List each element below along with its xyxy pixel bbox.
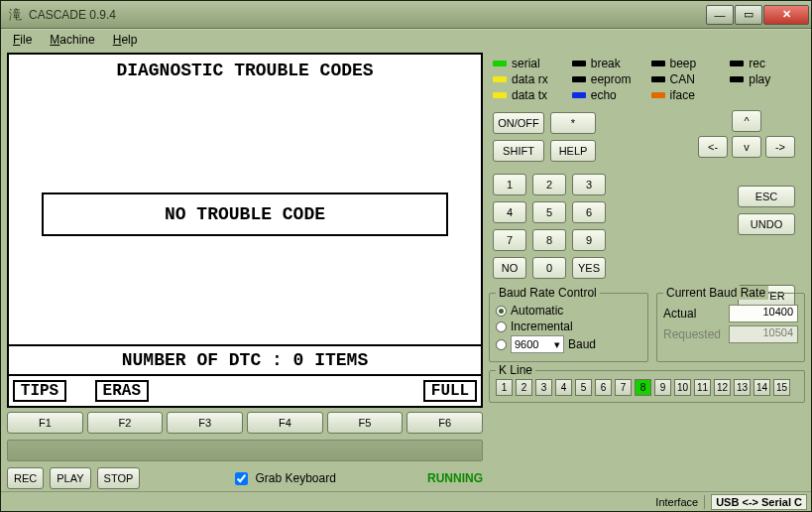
onoff-button[interactable]: ON/OFF <box>493 112 544 134</box>
screen-message: NO TROUBLE CODE <box>42 192 447 236</box>
kline-15-button[interactable]: 15 <box>773 379 790 396</box>
num-8-button[interactable]: 8 <box>532 229 566 251</box>
num-7-button[interactable]: 7 <box>493 229 526 251</box>
chevron-down-icon: ▾ <box>554 338 560 351</box>
led-label: beep <box>670 57 697 70</box>
led-panel: serialbreakbeeprecdata rxeepromCANplayda… <box>489 53 805 110</box>
num-1-button[interactable]: 1 <box>493 174 526 195</box>
yes-button[interactable]: YES <box>572 257 606 279</box>
kline-11-button[interactable]: 11 <box>694 379 711 396</box>
led-echo: echo <box>572 88 643 102</box>
close-button[interactable]: ✕ <box>763 5 809 25</box>
led-indicator <box>651 61 665 66</box>
kline-8-button[interactable]: 8 <box>635 379 651 396</box>
requested-value: 10504 <box>729 325 798 343</box>
actual-value: 10400 <box>729 305 798 322</box>
requested-label: Requested <box>663 327 721 341</box>
kline-legend: K Line <box>496 363 535 377</box>
f5-button[interactable]: F5 <box>327 412 404 434</box>
kline-6-button[interactable]: 6 <box>595 379 612 396</box>
baud-select[interactable]: 9600▾ <box>511 335 564 353</box>
esc-button[interactable]: ESC <box>738 186 795 207</box>
menu-file[interactable]: File <box>5 32 40 48</box>
f2-button[interactable]: F2 <box>87 412 164 434</box>
baud-incremental-radio[interactable]: Incremental <box>496 320 641 333</box>
led-CAN: CAN <box>651 72 723 86</box>
shift-button[interactable]: SHIFT <box>493 140 544 162</box>
led-eeprom: eeprom <box>572 72 643 86</box>
actual-label: Actual <box>663 307 696 320</box>
star-button[interactable]: * <box>550 112 596 134</box>
led-indicator <box>493 76 507 82</box>
screen-title: DIAGNOSTIC TROUBLE CODES <box>9 55 481 84</box>
num-6-button[interactable]: 6 <box>572 201 606 223</box>
kline-5-button[interactable]: 5 <box>575 379 592 396</box>
kline-7-button[interactable]: 7 <box>615 379 632 396</box>
led-indicator <box>572 76 586 82</box>
menu-help[interactable]: Help <box>105 32 146 48</box>
led-label: data rx <box>512 72 548 86</box>
grab-keyboard-input[interactable] <box>235 472 248 485</box>
led-label: play <box>749 72 770 86</box>
undo-button[interactable]: UNDO <box>738 213 795 235</box>
kline-14-button[interactable]: 14 <box>754 379 770 396</box>
led-label: serial <box>512 57 540 70</box>
led-rec: rec <box>730 57 801 70</box>
led-label: CAN <box>670 72 695 86</box>
baud-manual-radio[interactable]: 9600▾ Baud <box>496 335 641 353</box>
num-0-button[interactable]: 0 <box>532 257 566 279</box>
interface-label: Interface <box>655 496 698 508</box>
softkey-f2: ERAS <box>95 380 149 402</box>
grab-keyboard-checkbox[interactable]: Grab Keyboard <box>231 469 335 488</box>
led-label: break <box>591 57 621 70</box>
num-3-button[interactable]: 3 <box>572 174 606 195</box>
run-status: RUNNING <box>427 471 483 485</box>
led-iface: iface <box>651 88 723 102</box>
grab-keyboard-label: Grab Keyboard <box>255 471 335 485</box>
num-2-button[interactable]: 2 <box>532 174 566 195</box>
menu-machine[interactable]: Machine <box>42 32 102 48</box>
arrow-left-button[interactable]: <- <box>698 136 728 158</box>
help-button[interactable]: HELP <box>550 140 596 162</box>
led-label: data tx <box>512 88 547 102</box>
kline-10-button[interactable]: 10 <box>674 379 691 396</box>
baud-control-legend: Baud Rate Control <box>496 286 600 300</box>
kline-9-button[interactable]: 9 <box>654 379 671 396</box>
kline-3-button[interactable]: 3 <box>535 379 552 396</box>
led-serial: serial <box>493 57 564 70</box>
statusbar: Interface USB <-> Serial C <box>1 491 811 511</box>
kline-4-button[interactable]: 4 <box>555 379 572 396</box>
led-indicator <box>572 61 586 66</box>
progress-bar <box>7 440 483 461</box>
num-4-button[interactable]: 4 <box>493 201 526 223</box>
led-label: eeprom <box>591 72 632 86</box>
led-play: play <box>730 72 801 86</box>
num-5-button[interactable]: 5 <box>532 201 566 223</box>
num-9-button[interactable]: 9 <box>572 229 606 251</box>
kline-12-button[interactable]: 12 <box>714 379 731 396</box>
kline-1-button[interactable]: 1 <box>496 379 513 396</box>
led-indicator <box>493 92 507 98</box>
arrow-right-button[interactable]: -> <box>765 136 795 158</box>
interface-value: USB <-> Serial C <box>711 494 807 510</box>
minimize-button[interactable]: — <box>706 5 734 25</box>
rec-button[interactable]: REC <box>7 467 44 489</box>
f1-button[interactable]: F1 <box>7 412 83 434</box>
baud-control-group: Baud Rate Control Automatic Incremental … <box>489 293 648 362</box>
f6-button[interactable]: F6 <box>406 412 483 434</box>
f4-button[interactable]: F4 <box>247 412 323 434</box>
led-indicator <box>730 61 744 66</box>
stop-button[interactable]: STOP <box>97 467 141 489</box>
led-indicator <box>572 92 586 98</box>
led-beep: beep <box>651 57 723 70</box>
no-button[interactable]: NO <box>493 257 526 279</box>
led-data-rx: data rx <box>493 72 564 86</box>
kline-2-button[interactable]: 2 <box>516 379 532 396</box>
arrow-down-button[interactable]: v <box>732 136 761 158</box>
baud-auto-radio[interactable]: Automatic <box>496 304 641 318</box>
maximize-button[interactable]: ▭ <box>735 5 762 25</box>
play-button[interactable]: PLAY <box>50 467 90 489</box>
arrow-up-button[interactable]: ^ <box>732 110 761 132</box>
kline-13-button[interactable]: 13 <box>734 379 751 396</box>
f3-button[interactable]: F3 <box>167 412 243 434</box>
